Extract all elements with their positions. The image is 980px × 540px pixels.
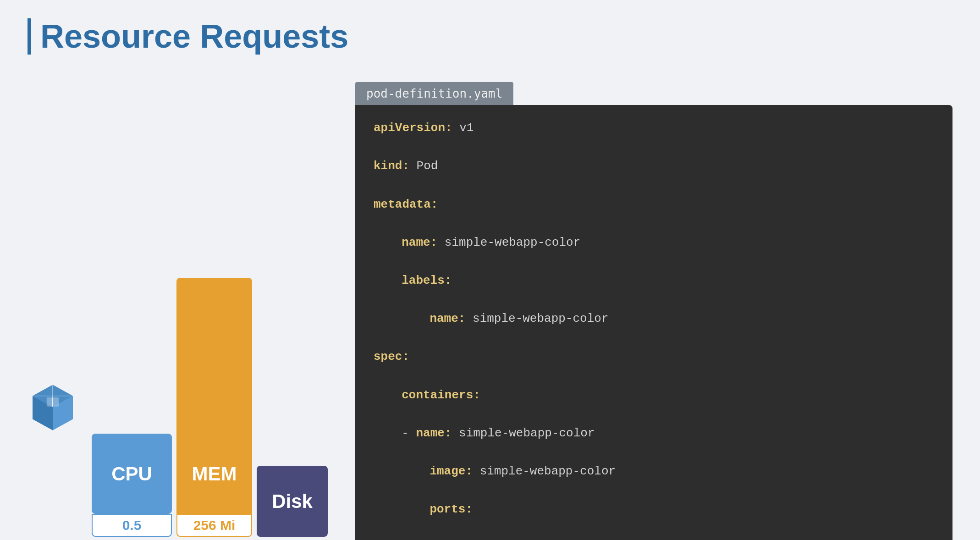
code-block: apiVersion: v1 kind: Pod metadata: name:… bbox=[355, 105, 952, 540]
page-title: Resource Requests bbox=[28, 18, 952, 55]
mem-block: MEM bbox=[176, 434, 252, 514]
code-section: pod-definition.yaml apiVersion: v1 kind:… bbox=[355, 82, 952, 540]
resource-blocks-visual: CPU 0.5 MEM 256 Mi Disk bbox=[92, 278, 328, 537]
kubernetes-icon bbox=[28, 382, 78, 433]
mem-block-wrapper: MEM 256 Mi bbox=[176, 278, 252, 537]
mem-top-block bbox=[176, 278, 252, 434]
diagram-section: CPU 0.5 MEM 256 Mi Disk bbox=[28, 82, 328, 540]
disk-block-wrapper: Disk bbox=[257, 287, 328, 537]
mem-label: MEM bbox=[192, 463, 237, 485]
main-content: CPU 0.5 MEM 256 Mi Disk bbox=[28, 82, 952, 540]
cpu-value: 0.5 bbox=[122, 518, 142, 533]
disk-label: Disk bbox=[272, 490, 313, 512]
cpu-block: CPU bbox=[92, 434, 172, 514]
disk-block: Disk bbox=[257, 466, 328, 537]
code-filename-tab: pod-definition.yaml bbox=[355, 82, 513, 105]
mem-value: 256 Mi bbox=[193, 518, 236, 533]
code-content: apiVersion: v1 kind: Pod metadata: name:… bbox=[374, 119, 934, 540]
mem-value-box: 256 Mi bbox=[176, 514, 252, 537]
cpu-value-box: 0.5 bbox=[92, 514, 172, 537]
cpu-label: CPU bbox=[111, 463, 152, 485]
cpu-block-wrapper: CPU 0.5 bbox=[92, 353, 172, 537]
